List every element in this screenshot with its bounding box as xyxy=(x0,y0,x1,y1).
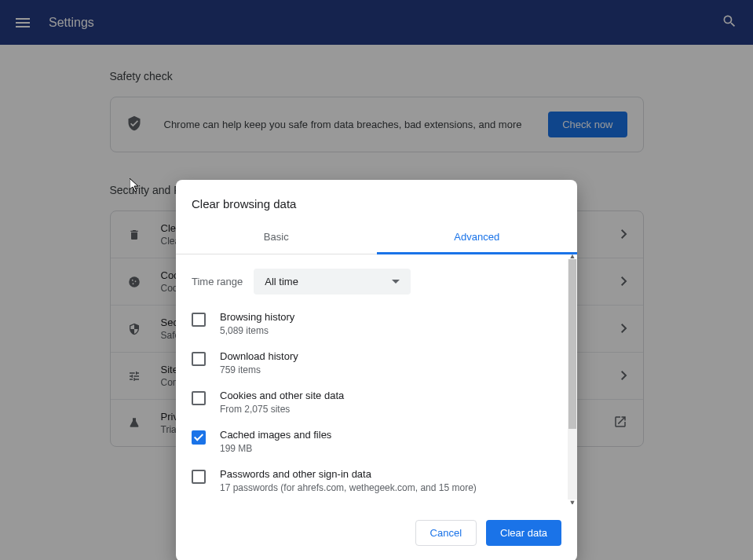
cancel-button[interactable]: Cancel xyxy=(415,520,477,546)
checkbox-4[interactable] xyxy=(192,470,206,484)
check-row-3: Cached images and files199 MB xyxy=(176,422,577,461)
check-subtitle: 5,089 items xyxy=(220,325,294,336)
check-row-1: Download history759 items xyxy=(176,343,577,382)
check-title: Download history xyxy=(220,350,298,362)
checkbox-2[interactable] xyxy=(192,391,206,405)
check-row-0: Browsing history5,089 items xyxy=(176,304,577,343)
checkbox-3[interactable] xyxy=(192,430,206,445)
check-subtitle: 199 MB xyxy=(220,443,331,454)
check-title: Browsing history xyxy=(220,311,294,323)
check-subtitle: 759 items xyxy=(220,364,298,375)
time-range-value: All time xyxy=(265,276,298,287)
check-row-5: Autofill form data xyxy=(176,500,577,504)
clear-data-dialog: Clear browsing data Basic Advanced Time … xyxy=(176,180,577,560)
dialog-body: Time range All time Browsing history5,08… xyxy=(176,254,577,504)
time-range-label: Time range xyxy=(192,276,243,287)
dialog-actions: Cancel Clear data xyxy=(176,504,577,560)
clear-data-button[interactable]: Clear data xyxy=(486,520,561,546)
time-range-row: Time range All time xyxy=(176,254,577,304)
check-title: Cookies and other site data xyxy=(220,390,344,401)
dialog-tabs: Basic Advanced xyxy=(176,221,577,254)
checkbox-1[interactable] xyxy=(192,352,206,366)
check-row-2: Cookies and other site dataFrom 2,075 si… xyxy=(176,382,577,422)
tab-basic[interactable]: Basic xyxy=(176,221,377,254)
checkbox-0[interactable] xyxy=(192,313,206,327)
scroll-down-icon[interactable]: ▼ xyxy=(568,499,576,504)
caret-down-icon xyxy=(392,280,400,284)
tab-advanced[interactable]: Advanced xyxy=(377,221,578,254)
check-subtitle: 17 passwords (for ahrefs.com, wethegeek.… xyxy=(220,482,477,493)
time-range-select[interactable]: All time xyxy=(254,269,411,295)
check-subtitle: From 2,075 sites xyxy=(220,404,344,415)
check-row-4: Passwords and other sign-in data17 passw… xyxy=(176,461,577,500)
check-title: Passwords and other sign-in data xyxy=(220,468,477,480)
scrollbar-thumb[interactable] xyxy=(568,259,576,429)
dialog-title: Clear browsing data xyxy=(176,180,577,221)
check-title: Cached images and files xyxy=(220,429,331,441)
